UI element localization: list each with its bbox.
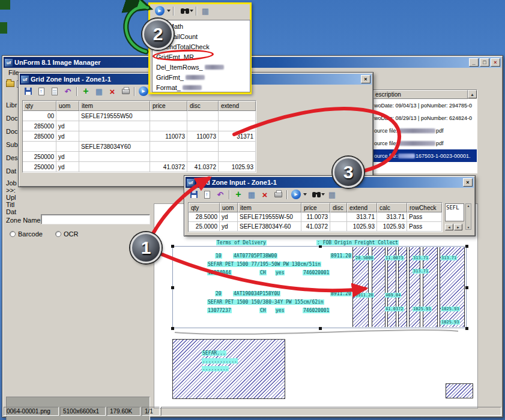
format-grid-button[interactable]: ▦ bbox=[326, 189, 338, 200]
grid-cell[interactable] bbox=[79, 152, 150, 162]
close-button[interactable]: × bbox=[361, 75, 370, 83]
save-button[interactable] bbox=[188, 189, 200, 200]
insert-row-button[interactable]: ▦ bbox=[246, 189, 258, 200]
maximize-button[interactable]: □ bbox=[480, 58, 489, 67]
fmt-menu-item[interactable]: GridFmt_MR bbox=[153, 52, 250, 62]
scroll-up-icon[interactable]: ▲ bbox=[467, 204, 470, 208]
resize-handle[interactable] bbox=[171, 327, 174, 330]
minimize-button[interactable]: _ bbox=[469, 58, 479, 67]
grid-cell[interactable]: Pass bbox=[407, 212, 442, 222]
grid-cell[interactable]: yd bbox=[56, 131, 79, 142]
grid-cell[interactable]: SEFLE738034Y60 bbox=[79, 142, 150, 152]
grid-cell[interactable] bbox=[150, 111, 187, 121]
close-button[interactable]: × bbox=[491, 58, 500, 67]
grid-cell[interactable] bbox=[79, 121, 150, 131]
grid-cell[interactable]: yd bbox=[220, 222, 238, 232]
desktop-icon[interactable] bbox=[0, 0, 10, 10]
grid-cell[interactable] bbox=[219, 121, 256, 131]
grid-cell[interactable]: yd bbox=[56, 121, 79, 131]
description-list-item[interactable]: ource file: 167503-1-0023-00001. bbox=[373, 149, 477, 162]
undo-button[interactable]: ↶ bbox=[62, 86, 74, 97]
grid-cell[interactable] bbox=[219, 111, 256, 121]
load-button[interactable] bbox=[201, 189, 213, 200]
resize-handle[interactable] bbox=[319, 327, 322, 330]
grid-cell[interactable]: SEFLE738034Y-60 bbox=[238, 222, 301, 232]
grid-cell[interactable] bbox=[79, 131, 150, 142]
grid-cell[interactable] bbox=[56, 142, 79, 152]
run-button[interactable]: ▶ bbox=[154, 5, 166, 16]
grid-cell[interactable] bbox=[330, 212, 347, 222]
find-dropdown-icon[interactable] bbox=[190, 10, 193, 12]
add-row-button[interactable]: + bbox=[232, 189, 244, 200]
vertical-scrollbar[interactable]: ▲▼ bbox=[465, 203, 471, 230]
grid-cell[interactable]: 313.71 bbox=[347, 212, 377, 222]
resize-handle[interactable] bbox=[465, 327, 468, 330]
load-button[interactable] bbox=[35, 86, 47, 97]
grid-cell[interactable]: 41.0372 bbox=[187, 162, 219, 172]
grid-cell[interactable] bbox=[150, 152, 187, 162]
grid-cell[interactable] bbox=[79, 162, 150, 172]
fmt-menu-item[interactable]: Del_ItemRows_ bbox=[153, 62, 250, 72]
grid-cell[interactable]: 28.5000 bbox=[189, 212, 220, 222]
grid-cell[interactable]: Pass bbox=[407, 222, 442, 232]
grid-cell[interactable] bbox=[150, 121, 187, 131]
grid-cell[interactable]: 285000 bbox=[23, 131, 56, 142]
fmt-menu-item[interactable]: GridFmt_ bbox=[153, 72, 250, 82]
run-button[interactable]: ▶ bbox=[138, 86, 150, 97]
grid-cell[interactable] bbox=[219, 152, 256, 162]
grid-cell[interactable] bbox=[187, 152, 219, 162]
grid-cell[interactable]: 110073 bbox=[150, 131, 187, 142]
find-button[interactable] bbox=[308, 189, 320, 200]
description-list-item[interactable]: ource file: pdf bbox=[373, 137, 477, 149]
grid-cell[interactable] bbox=[187, 142, 219, 152]
grid-cell[interactable]: 41.0372 bbox=[301, 222, 330, 232]
dialog-titlebar[interactable]: uf Grid Zone Input - Zone1-1 × bbox=[186, 177, 474, 188]
main-titlebar[interactable]: uf UnForm 8.1 Image Manager _ □ × bbox=[4, 57, 501, 68]
zone-name-input[interactable] bbox=[41, 214, 150, 224]
grid-cell[interactable] bbox=[330, 222, 347, 232]
resize-handle[interactable] bbox=[465, 245, 468, 248]
ocr-radio[interactable] bbox=[55, 231, 61, 237]
grid-cell[interactable]: 1025.93 bbox=[219, 162, 256, 172]
add-row-button[interactable]: + bbox=[80, 86, 92, 97]
description-list-item[interactable]: woDate: 09/04/13 | poNumber: 294785-0 bbox=[373, 99, 477, 112]
grid-cell[interactable]: 250000 bbox=[23, 162, 56, 172]
resize-handle[interactable] bbox=[171, 245, 174, 248]
description-list-item[interactable]: ource file: pdf bbox=[373, 124, 477, 137]
run-button[interactable]: ▶ bbox=[290, 189, 302, 200]
resize-handle[interactable] bbox=[465, 286, 468, 289]
insert-row-button[interactable]: ▦ bbox=[93, 86, 105, 97]
save-button[interactable] bbox=[22, 86, 34, 97]
grid-cell[interactable]: 285000 bbox=[23, 121, 56, 131]
scroll-left-icon[interactable]: ◄ bbox=[445, 224, 453, 230]
grid-cell[interactable]: 00 bbox=[23, 111, 56, 121]
scroll-up-icon[interactable]: ▲ bbox=[468, 90, 477, 98]
folder-icon[interactable] bbox=[6, 81, 14, 87]
address-zone[interactable]: SEFAR........................ bbox=[172, 339, 285, 399]
print-button[interactable] bbox=[119, 86, 132, 97]
grid-cell[interactable]: SEFLE719555W50 bbox=[79, 111, 150, 121]
grid-cell[interactable]: SEFLE719555W-50 bbox=[238, 212, 301, 222]
grid-cell[interactable]: 41.0372 bbox=[150, 162, 187, 172]
run-dropdown-icon[interactable] bbox=[303, 193, 307, 196]
grid-cell[interactable]: 110073 bbox=[187, 131, 219, 142]
grid-cell[interactable]: yd bbox=[56, 162, 79, 172]
grid-cell[interactable] bbox=[56, 111, 79, 121]
delete-row-button[interactable]: × bbox=[106, 86, 118, 97]
find-button[interactable] bbox=[177, 5, 189, 16]
grid-cell[interactable] bbox=[150, 142, 187, 152]
grid-cell[interactable]: 1025.93 bbox=[347, 222, 377, 232]
grid-cell[interactable] bbox=[187, 121, 219, 131]
grid-cell[interactable]: 250000 bbox=[23, 152, 56, 162]
delete-row-button[interactable]: × bbox=[259, 189, 271, 200]
close-button[interactable]: × bbox=[463, 178, 473, 187]
scroll-right-icon[interactable]: ► bbox=[454, 224, 462, 230]
grid-cell[interactable]: yd bbox=[220, 212, 238, 222]
grid-cell[interactable] bbox=[23, 142, 56, 152]
print-button[interactable] bbox=[272, 189, 284, 200]
format-grid-button[interactable]: ▦ bbox=[199, 5, 211, 16]
grid-cell[interactable]: 25.0000 bbox=[189, 222, 220, 232]
export-button[interactable] bbox=[49, 86, 61, 97]
grid-cell[interactable]: 1025.93 bbox=[377, 222, 407, 232]
resize-handle[interactable] bbox=[171, 286, 174, 289]
